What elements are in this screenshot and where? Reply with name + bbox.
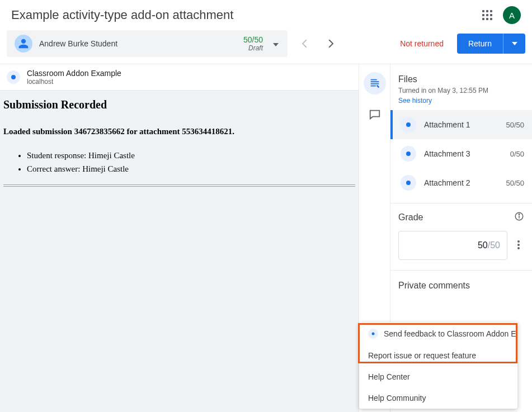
submission-bullet: Student response: Himeji Castle — [27, 149, 355, 162]
svg-point-8 — [517, 244, 520, 246]
menu-item-label: Help Community — [368, 394, 426, 402]
see-history-link[interactable]: See history — [390, 94, 532, 110]
selector-dropdown-icon[interactable] — [271, 37, 281, 50]
svg-point-9 — [517, 247, 520, 249]
addon-icon — [368, 329, 378, 339]
student-name: Andrew Burke Student — [39, 39, 243, 48]
attachment-name: Attachment 1 — [424, 120, 498, 129]
attachment-score: 50/50 — [506, 121, 524, 129]
addon-subtitle: localhost — [27, 78, 121, 86]
menu-item-label: Report issue or request feature — [368, 351, 476, 360]
attachment-row[interactable]: Attachment 2 50/50 — [390, 168, 532, 197]
student-selector[interactable]: Andrew Burke Student 50/50 Draft — [7, 30, 288, 57]
menu-item-label: Help Center — [368, 372, 410, 381]
grade-denominator: /50 — [488, 240, 500, 250]
help-feedback-menu: Send feedback to Classroom Addon Example… — [359, 323, 517, 409]
rail-files-icon[interactable] — [364, 72, 386, 94]
attachment-name: Attachment 2 — [424, 178, 498, 187]
student-avatar-icon — [15, 35, 32, 53]
submission-loaded-text: Loaded submission 346723835662 for attac… — [3, 127, 355, 136]
grade-value: 50 — [478, 240, 488, 250]
student-draft-label: Draft — [243, 44, 263, 52]
addon-icon — [7, 70, 20, 84]
submission-heading: Submission Recorded — [3, 98, 355, 111]
svg-point-10 — [372, 333, 375, 335]
attachment-name: Attachment 3 — [424, 149, 502, 158]
attachment-row[interactable]: Attachment 1 50/50 — [390, 110, 532, 139]
attachment-icon — [401, 146, 416, 162]
google-apps-icon[interactable] — [476, 4, 498, 26]
rail-comments-icon[interactable] — [364, 103, 386, 126]
account-avatar[interactable]: A — [503, 6, 521, 24]
svg-point-0 — [11, 75, 16, 79]
return-button[interactable]: Return — [457, 34, 503, 54]
grade-input[interactable]: 50/50 — [398, 231, 507, 260]
attachment-icon — [401, 117, 416, 132]
next-student-button[interactable] — [324, 37, 338, 50]
grade-section-title: Grade — [398, 212, 423, 222]
attachment-score: 50/50 — [506, 179, 524, 187]
menu-item-label: Send feedback to Classroom Addon Example — [384, 329, 517, 338]
prev-student-button[interactable] — [298, 37, 311, 50]
page-title: Example activity-type add-on attachment — [11, 8, 476, 22]
attachment-score: 0/50 — [510, 150, 524, 158]
addon-header: Classroom Addon Example localhost — [0, 64, 359, 91]
submission-bullet: Correct answer: Himeji Castle — [27, 162, 355, 176]
attachment-icon — [401, 175, 416, 191]
addon-title: Classroom Addon Example — [27, 69, 121, 78]
divider — [3, 184, 355, 187]
grade-info-icon[interactable] — [514, 211, 524, 223]
menu-item-help-center[interactable]: Help Center — [359, 366, 517, 387]
svg-point-6 — [519, 214, 520, 215]
svg-point-2 — [406, 151, 411, 156]
svg-point-1 — [406, 122, 411, 127]
turned-in-timestamp: Turned in on May 3, 12:55 PM — [390, 87, 532, 94]
svg-point-7 — [517, 240, 520, 243]
menu-item-help-community[interactable]: Help Community — [359, 387, 517, 409]
menu-item-report-issue[interactable]: Report issue or request feature — [359, 345, 517, 366]
grade-more-icon[interactable] — [513, 236, 524, 255]
return-dropdown-button[interactable] — [503, 34, 525, 54]
svg-point-3 — [406, 181, 411, 185]
attachment-row[interactable]: Attachment 3 0/50 — [390, 139, 532, 168]
files-section-title: Files — [390, 64, 532, 87]
student-score: 50/50 — [243, 35, 263, 44]
private-comments-title: Private comments — [390, 271, 532, 291]
return-status: Not returned — [400, 39, 444, 48]
menu-item-send-feedback[interactable]: Send feedback to Classroom Addon Example — [359, 323, 517, 345]
